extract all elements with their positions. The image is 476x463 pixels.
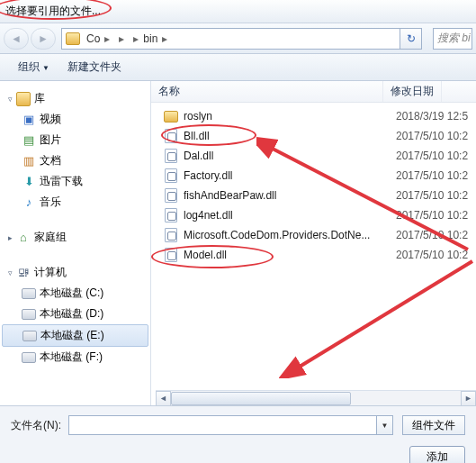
dll-icon [164,188,178,203]
scroll-right-button[interactable]: ► [461,391,476,406]
picture-icon: ▤ [22,133,36,148]
nav-bar: ◄ ► Co▸ ▸ ▸ bin▸ ↻ 搜索 bi [0,23,476,54]
drive-icon [22,288,36,299]
document-icon: ▥ [22,154,36,168]
title-bar: 选择要引用的文件... [0,0,476,23]
music-icon: ♪ [22,195,36,210]
dll-icon [164,168,178,183]
sidebar-drive-d[interactable]: 本地磁盘 (D:) [2,304,148,324]
sidebar: ▿库 ▣视频 ▤图片 ▥文档 ⬇迅雷下载 ♪音乐 ▸⌂家庭组 ▿🖳计算机 本地磁… [0,81,151,405]
back-button[interactable]: ◄ [4,28,29,50]
horizontal-scrollbar[interactable]: ◄ ► [156,390,476,405]
dll-icon [164,248,178,262]
svg-line-0 [267,146,468,250]
file-date: 2018/3/19 12:5 [396,110,468,123]
dll-icon [164,208,178,222]
footer: 文件名(N): ▼ 组件文件 添加 [0,405,476,463]
main-area: ▿库 ▣视频 ▤图片 ▥文档 ⬇迅雷下载 ♪音乐 ▸⌂家庭组 ▿🖳计算机 本地磁… [0,81,476,405]
column-name[interactable]: 名称 [151,81,383,102]
sidebar-drive-c[interactable]: 本地磁盘 (C:) [2,283,148,304]
column-headers: 名称 修改日期 [151,81,476,103]
sidebar-item-pictures[interactable]: ▤图片 [2,130,148,150]
organize-menu[interactable]: 组织▼ [9,56,58,78]
annotation-arrow [256,128,472,254]
sidebar-computer[interactable]: ▿🖳计算机 [2,262,148,283]
computer-icon: 🖳 [16,266,31,280]
refresh-icon: ↻ [407,32,416,45]
sidebar-drive-e[interactable]: 本地磁盘 (E:) [2,324,148,347]
forward-button[interactable]: ► [31,28,56,50]
sidebar-homegroup[interactable]: ▸⌂家庭组 [2,227,148,248]
refresh-button[interactable]: ↻ [400,28,422,50]
sidebar-libraries[interactable]: ▿库 [2,88,148,109]
drive-icon [22,309,36,320]
library-icon [16,92,31,106]
video-icon: ▣ [22,113,36,127]
drive-icon [22,331,37,341]
chevron-right-icon: ▸ [103,32,112,45]
dll-icon [164,129,178,143]
file-name: roslyn [184,110,396,123]
toolbar: 组织▼ 新建文件夹 [0,54,476,81]
dll-icon [164,228,178,242]
folder-icon [164,109,178,123]
scroll-track[interactable] [171,391,461,406]
filetype-filter[interactable]: 组件文件 [402,415,465,435]
chevron-right-icon: ▸ [160,32,169,45]
caret-icon: ▿ [5,268,14,277]
column-modified[interactable]: 修改日期 [383,81,442,102]
chevron-right-icon: ▸ [117,32,126,45]
caret-icon: ▸ [5,233,14,242]
caret-icon: ▿ [5,95,14,104]
sidebar-item-documents[interactable]: ▥文档 [2,150,148,171]
add-button[interactable]: 添加 [409,446,465,463]
annotation-arrow [279,252,476,378]
homegroup-icon: ⌂ [16,231,31,245]
drive-icon [22,352,36,363]
sidebar-drive-f[interactable]: 本地磁盘 (F:) [2,347,148,368]
file-row[interactable]: roslyn2018/3/19 12:5 [151,106,476,126]
search-placeholder: 搜索 bi [437,31,471,46]
scroll-thumb[interactable] [171,392,351,405]
download-icon: ⬇ [22,175,36,189]
filename-label: 文件名(N): [11,418,61,433]
folder-icon [66,32,80,45]
svg-line-1 [295,261,472,369]
filename-input[interactable] [68,415,377,435]
address-bar[interactable]: Co▸ ▸ ▸ bin▸ [61,28,400,50]
breadcrumb-part[interactable]: bin [140,32,160,45]
sidebar-item-videos[interactable]: ▣视频 [2,109,148,130]
chevron-down-icon: ▼ [42,64,49,72]
dll-icon [164,149,178,163]
sidebar-item-music[interactable]: ♪音乐 [2,192,148,213]
scroll-left-button[interactable]: ◄ [156,391,171,406]
chevron-right-icon: ▸ [131,32,140,45]
breadcrumb-part[interactable]: Co [84,32,103,45]
filename-dropdown[interactable]: ▼ [377,415,393,435]
window-title: 选择要引用的文件... [5,4,101,19]
new-folder-button[interactable]: 新建文件夹 [58,56,130,78]
search-input[interactable]: 搜索 bi [433,28,472,50]
sidebar-item-downloads[interactable]: ⬇迅雷下载 [2,171,148,192]
